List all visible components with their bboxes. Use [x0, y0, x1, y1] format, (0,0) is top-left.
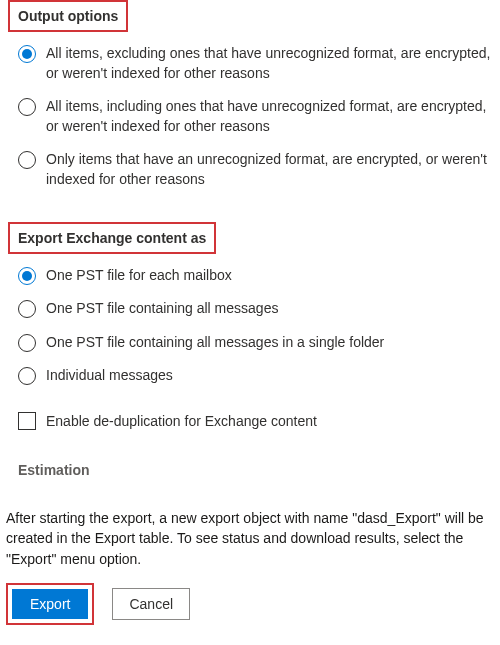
export-as-group: One PST file for each mailbox One PST fi…: [0, 254, 500, 400]
radio-icon: [18, 300, 36, 318]
output-option-exclude-unrecognized[interactable]: All items, excluding ones that have unre…: [18, 44, 492, 83]
output-option-label: All items, excluding ones that have unre…: [46, 44, 492, 83]
radio-icon: [18, 151, 36, 169]
radio-icon: [18, 45, 36, 63]
export-as-label: One PST file for each mailbox: [46, 266, 232, 286]
radio-icon: [18, 98, 36, 116]
estimation-heading: Estimation: [0, 438, 500, 490]
cancel-button[interactable]: Cancel: [112, 588, 190, 620]
export-as-individual-messages[interactable]: Individual messages: [18, 366, 492, 386]
enable-dedup-label: Enable de-duplication for Exchange conte…: [46, 413, 317, 429]
export-exchange-heading-text: Export Exchange content as: [18, 230, 206, 246]
export-exchange-heading: Export Exchange content as: [8, 222, 216, 254]
output-options-heading: Output options: [8, 0, 128, 32]
export-as-pst-per-mailbox[interactable]: One PST file for each mailbox: [18, 266, 492, 286]
output-option-label: All items, including ones that have unre…: [46, 97, 492, 136]
button-row: Export Cancel: [0, 583, 500, 625]
radio-icon: [18, 334, 36, 352]
export-button[interactable]: Export: [12, 589, 88, 619]
export-as-single-pst-folder[interactable]: One PST file containing all messages in …: [18, 333, 492, 353]
export-info-text: After starting the export, a new export …: [0, 490, 500, 583]
export-button-highlight: Export: [6, 583, 94, 625]
export-as-label: Individual messages: [46, 366, 173, 386]
export-as-label: One PST file containing all messages in …: [46, 333, 384, 353]
output-option-label: Only items that have an unrecognized for…: [46, 150, 492, 189]
output-option-include-unrecognized[interactable]: All items, including ones that have unre…: [18, 97, 492, 136]
output-options-heading-text: Output options: [18, 8, 118, 24]
export-info-text-content: After starting the export, a new export …: [6, 510, 484, 567]
radio-icon: [18, 267, 36, 285]
enable-dedup-checkbox[interactable]: Enable de-duplication for Exchange conte…: [0, 400, 500, 438]
output-option-only-unrecognized[interactable]: Only items that have an unrecognized for…: [18, 150, 492, 189]
radio-icon: [18, 367, 36, 385]
checkbox-icon: [18, 412, 36, 430]
output-options-group: All items, excluding ones that have unre…: [0, 44, 500, 204]
export-as-label: One PST file containing all messages: [46, 299, 278, 319]
export-as-single-pst[interactable]: One PST file containing all messages: [18, 299, 492, 319]
estimation-heading-text: Estimation: [18, 462, 90, 478]
